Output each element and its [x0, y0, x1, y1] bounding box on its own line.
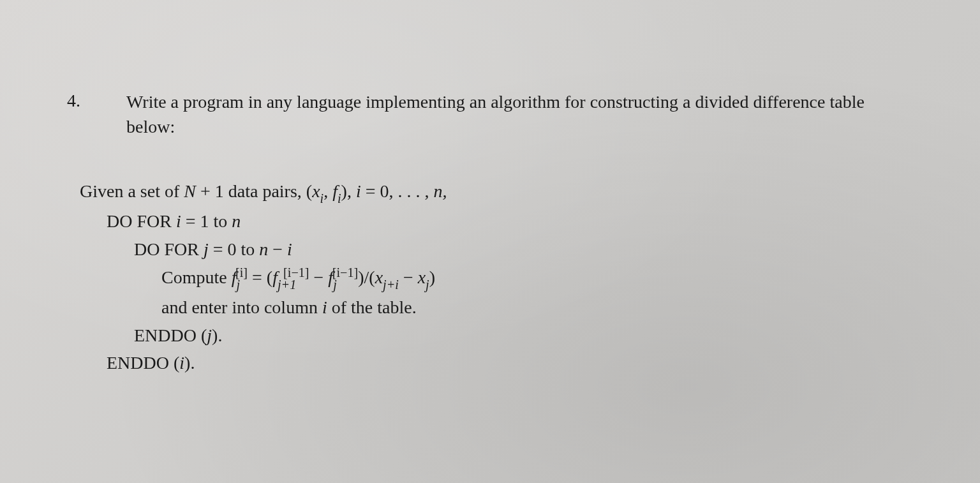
enddo-j-line: ENDDO (j). — [80, 322, 903, 349]
problem-number: 4. — [67, 89, 80, 139]
compute-line: Compute fj[i] = (fj+1[i−1] − fj[i−1])/(x… — [80, 263, 903, 294]
given-line: Given a set of N + 1 data pairs, (xi, fi… — [80, 177, 903, 207]
problem-statement: 4. Write a program in any language imple… — [67, 89, 903, 139]
enddo-i-line: ENDDO (i). — [80, 349, 903, 376]
problem-text: Write a program in any language implemen… — [126, 89, 903, 139]
algorithm-block: Given a set of N + 1 data pairs, (xi, fi… — [80, 177, 903, 376]
dofor-i-line: DO FOR i = 1 to n — [80, 207, 903, 235]
enter-line: and enter into column i of the table. — [80, 294, 903, 321]
dofor-j-line: DO FOR j = 0 to n − i — [80, 235, 903, 263]
